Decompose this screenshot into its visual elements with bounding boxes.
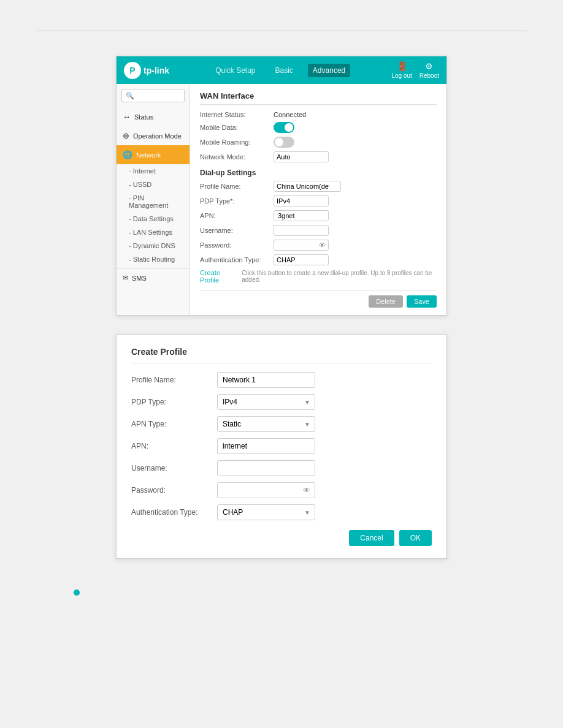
action-buttons: Delete Save (200, 290, 437, 308)
network-mode-label: Network Mode: (200, 153, 274, 161)
password-field-wrapper: 👁 (274, 240, 329, 251)
dialog-profile-name-input[interactable] (217, 372, 315, 388)
password-row: Password: 👁 (200, 240, 437, 251)
dialog-username-input[interactable] (217, 460, 315, 476)
sidebar-sub-ussd[interactable]: - USSD (117, 178, 190, 191)
password-eye-icon[interactable]: 👁 (319, 241, 326, 249)
mobile-data-toggle-knob (285, 123, 293, 132)
dialog-pdp-type-row: PDP Type: IPv4 IPv6 IPv4/IPv6 ▼ (131, 394, 432, 410)
dialog-auth-type-wrapper: CHAP PAP None ▼ (217, 504, 315, 520)
pdp-type-label: PDP Type*: (200, 197, 274, 205)
sidebar-item-operation-mode-label: Operation Mode (133, 132, 182, 140)
network-mode-row: Network Mode: Auto (200, 151, 437, 162)
profile-name-row: Profile Name: China Unicom(default 1) (200, 181, 437, 192)
dialog-username-row: Username: (131, 460, 432, 476)
dial-up-settings-title: Dial-up Settings (200, 169, 437, 177)
sidebar-sub-data-settings[interactable]: - Data Settings (117, 212, 190, 226)
username-row: Username: (200, 225, 437, 236)
router-header: P tp-link Quick Setup Basic Advanced 🚪 L… (117, 56, 446, 84)
sms-label: SMS (132, 275, 147, 282)
internet-status-row: Internet Status: Connected (200, 111, 437, 118)
operation-mode-icon: ⊕ (123, 131, 129, 140)
dialog-auth-type-row: Authentication Type: CHAP PAP None ▼ (131, 504, 432, 520)
status-icon: ↔ (123, 112, 131, 121)
dialog-title: Create Profile (131, 347, 432, 363)
apn-label: APN: (200, 212, 274, 219)
password-label: Password: (200, 241, 274, 249)
dialog-password-input[interactable] (217, 482, 315, 498)
network-icon: 🌐 (123, 150, 132, 159)
dialog-auth-type-label: Authentication Type: (131, 508, 217, 517)
reboot-button[interactable]: ⚙ Reboot (419, 61, 439, 79)
create-profile-link[interactable]: Create Profile (200, 269, 238, 284)
sidebar-item-network-label: Network (136, 151, 161, 159)
dialog-profile-name-label: Profile Name: (131, 376, 217, 384)
auth-type-select[interactable]: CHAP (274, 254, 329, 265)
sidebar-sub-static-routing[interactable]: - Static Routing (117, 252, 190, 266)
sidebar-sub-lan-settings[interactable]: - LAN Settings (117, 226, 190, 239)
mobile-roaming-toggle-knob (275, 138, 283, 146)
sidebar-search-wrapper (117, 84, 190, 107)
save-button[interactable]: Save (407, 295, 437, 308)
mobile-roaming-row: Mobile Roaming: (200, 137, 437, 148)
network-mode-select[interactable]: Auto (274, 151, 329, 162)
apn-row: APN: (200, 210, 437, 221)
nav-advanced[interactable]: Advanced (308, 64, 350, 77)
create-profile-row: Create Profile Click this button to crea… (200, 269, 437, 284)
cancel-button[interactable]: Cancel (349, 530, 394, 546)
internet-status-label: Internet Status: (200, 111, 274, 118)
router-main: ↔ Status ⊕ Operation Mode 🌐 Network - In… (117, 84, 446, 315)
dialog-password-label: Password: (131, 486, 217, 495)
header-actions: 🚪 Log out ⚙ Reboot (391, 61, 439, 79)
dialog-password-eye-icon[interactable]: 👁 (303, 486, 310, 495)
delete-button[interactable]: Delete (369, 295, 403, 308)
dialog-pdp-type-select[interactable]: IPv4 IPv6 IPv4/IPv6 (217, 394, 315, 410)
dialog-pdp-type-wrapper: IPv4 IPv6 IPv4/IPv6 ▼ (217, 394, 315, 410)
mobile-roaming-label: Mobile Roaming: (200, 138, 274, 146)
mobile-data-row: Mobile Data: (200, 122, 437, 133)
dialog-apn-type-label: APN Type: (131, 420, 217, 428)
dialog-auth-type-select[interactable]: CHAP PAP None (217, 504, 315, 520)
dialog-apn-input[interactable] (217, 438, 315, 454)
search-input[interactable] (121, 89, 185, 102)
profile-name-label: Profile Name: (200, 183, 274, 190)
profile-name-select[interactable]: China Unicom(default 1) (274, 181, 341, 192)
sidebar-item-network[interactable]: 🌐 Network (117, 145, 190, 164)
mobile-data-label: Mobile Data: (200, 124, 274, 131)
username-input[interactable] (274, 225, 329, 236)
reboot-icon: ⚙ (425, 61, 433, 71)
pdp-type-select[interactable]: IPv4 (274, 195, 329, 207)
dialog-action-buttons: Cancel OK (131, 530, 432, 546)
dialog-profile-name-row: Profile Name: (131, 372, 432, 388)
logout-icon: 🚪 (397, 61, 407, 71)
router-ui-panel: P tp-link Quick Setup Basic Advanced 🚪 L… (116, 56, 447, 316)
sidebar: ↔ Status ⊕ Operation Mode 🌐 Network - In… (117, 84, 190, 315)
create-profile-dialog: Create Profile Profile Name: PDP Type: I… (116, 334, 447, 559)
logout-button[interactable]: 🚪 Log out (391, 61, 412, 79)
apn-input[interactable] (274, 210, 329, 221)
sidebar-item-operation-mode[interactable]: ⊕ Operation Mode (117, 126, 190, 145)
sms-icon: ✉ (123, 274, 128, 282)
mobile-data-toggle[interactable] (274, 122, 294, 133)
dialog-apn-type-select[interactable]: Static Dynamic (217, 416, 315, 432)
sidebar-sub-internet[interactable]: - Internet (117, 164, 190, 178)
auth-type-row: Authentication Type: CHAP (200, 254, 437, 265)
nav-basic[interactable]: Basic (270, 64, 298, 77)
brand-name: tp-link (144, 66, 169, 75)
sidebar-sub-pin-management[interactable]: - PIN Management (117, 191, 190, 212)
dialog-username-label: Username: (131, 464, 217, 472)
dialog-apn-row: APN: (131, 438, 432, 454)
sidebar-item-sms[interactable]: ✉ SMS (117, 268, 190, 287)
auth-type-label: Authentication Type: (200, 256, 274, 264)
mobile-roaming-toggle[interactable] (274, 137, 294, 148)
internet-status-value: Connected (274, 111, 306, 118)
bottom-indicator-dot (74, 590, 80, 596)
reboot-label: Reboot (419, 72, 439, 79)
create-profile-hint: Click this button to create a new dial-u… (242, 270, 437, 283)
sidebar-item-status[interactable]: ↔ Status (117, 107, 190, 126)
dialog-apn-type-row: APN Type: Static Dynamic ▼ (131, 416, 432, 432)
tp-link-logo: P tp-link (124, 62, 169, 79)
sidebar-sub-dynamic-dns[interactable]: - Dynamic DNS (117, 239, 190, 252)
nav-quick-setup[interactable]: Quick Setup (210, 64, 260, 77)
ok-button[interactable]: OK (399, 530, 432, 546)
